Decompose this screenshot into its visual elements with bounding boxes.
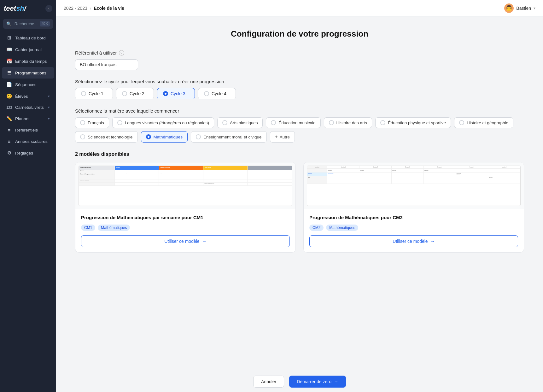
emc-option[interactable]: Enseignement moral et civique — [191, 131, 267, 143]
model-tags-1: CM1 Mathématiques — [81, 225, 290, 231]
sidebar-item-annees[interactable]: ≡ Années scolaires — [2, 136, 54, 147]
footer-actions: Annuler Démarrer de zéro → — [56, 371, 543, 392]
model-card-1: Compét. Lus et Mesures Nombres Espace et… — [75, 162, 296, 253]
search-placeholder: Recherche... — [15, 21, 38, 26]
pencil-icon: ✏️ — [6, 116, 12, 121]
sidebar-item-label: Programmations — [15, 71, 46, 75]
cycle4-option[interactable]: Cycle 4 — [198, 88, 236, 99]
maths-option[interactable]: Mathématiques — [141, 131, 188, 143]
histoire-arts-option[interactable]: Histoire des arts — [324, 117, 372, 128]
sidebar-item-sequences[interactable]: 📄 Séquences — [2, 79, 54, 90]
sidebar-item-label: Référentiels — [15, 128, 38, 132]
sidebar-item-label: Séquences — [15, 82, 37, 87]
breadcrumb: 2022 - 2023 › École de la vie — [64, 6, 501, 11]
sidebar-item-eleves[interactable]: 😊 Élèves ▾ — [2, 91, 54, 102]
cancel-button[interactable]: Annuler — [253, 376, 284, 388]
arrow-right-icon: → — [430, 239, 435, 244]
page-title: Configuration de votre progression — [75, 29, 524, 39]
model-tag-cm1: CM1 — [81, 225, 95, 231]
cycle1-radio — [81, 91, 86, 96]
sidebar-item-label: Tableau de bord — [15, 36, 46, 40]
use-model-button-1[interactable]: Utiliser ce modèle → — [81, 235, 290, 247]
sidebar-item-referentiels[interactable]: ≡ Référentiels — [2, 125, 54, 136]
model-tag-cm2: CM2 — [309, 225, 324, 231]
sidebar-item-label: Planner — [15, 116, 30, 121]
autre-option[interactable]: + Autre — [270, 131, 295, 143]
logo: teetsh/ — [4, 4, 26, 13]
sidebar-item-carnets[interactable]: 123 Carnets/Livrets ▾ — [2, 102, 54, 113]
breadcrumb-school: École de la vie — [94, 6, 124, 11]
histoire-geo-radio — [459, 120, 464, 125]
sidebar-item-label: Années scolaires — [15, 139, 48, 144]
use-model-button-2[interactable]: Utiliser ce modèle → — [309, 235, 518, 247]
weekly-preview-2: La notion Semaine 1 Semaine 2 Semaine 3 … — [307, 166, 521, 206]
user-chevron-icon: ▾ — [534, 6, 535, 10]
arts-plastiques-option[interactable]: Arts plastiques — [217, 117, 263, 128]
avatar: 👨 — [504, 3, 514, 13]
eps-radio — [380, 120, 385, 125]
arrow-right-icon: → — [202, 239, 207, 244]
page-content: Configuration de votre progression Référ… — [56, 16, 543, 392]
francais-option[interactable]: Français — [75, 117, 109, 128]
search-shortcut: ⌘K — [40, 21, 50, 26]
referentiel-section: Référentiel à utiliser ? BO officiel fra… — [75, 50, 524, 70]
calendar-icon: 📅 — [6, 58, 12, 64]
model-card-2: La notion Semaine 1 Semaine 2 Semaine 3 … — [303, 162, 524, 253]
cycle3-option[interactable]: Cycle 3 — [157, 88, 195, 99]
years-icon: ≡ — [6, 139, 12, 144]
user-menu[interactable]: 👨 Bastien ▾ — [504, 3, 535, 13]
matiere-section: Sélectionnez la matière avec laquelle co… — [75, 108, 524, 143]
doc-icon: 📄 — [6, 82, 12, 87]
cycle4-radio — [204, 91, 209, 96]
list-icon: ☰ — [6, 70, 12, 76]
musicale-radio — [271, 120, 276, 125]
number-icon: 123 — [6, 106, 12, 109]
gear-icon: ⚙ — [6, 150, 12, 156]
search-icon: 🔍 — [6, 21, 12, 26]
education-musicale-option[interactable]: Éducation musicale — [266, 117, 320, 128]
emc-radio — [196, 134, 201, 139]
search-bar[interactable]: 🔍 Recherche... ⌘K — [3, 19, 53, 29]
sidebar-item-label: Élèves — [15, 94, 28, 99]
cycle2-radio — [122, 91, 127, 96]
langues-option[interactable]: Langues vivantes (étrangères ou régional… — [112, 117, 214, 128]
model-info-2: Progression de Mathématiques pour CM2 CM… — [304, 209, 524, 252]
chevron-down-icon: ▾ — [48, 105, 50, 109]
chevron-down-icon: ▾ — [48, 117, 50, 121]
arts-radio — [222, 120, 227, 125]
ref-icon: ≡ — [6, 127, 12, 133]
cycle-radio-group: Cycle 1 Cycle 2 Cycle 3 Cycle 4 — [75, 88, 524, 99]
sidebar-header: teetsh/ ‹ — [0, 0, 56, 17]
person-icon: 😊 — [6, 93, 12, 99]
cycle2-option[interactable]: Cycle 2 — [116, 88, 154, 99]
sidebar-item-programmations[interactable]: ☰ Programmations — [2, 67, 54, 79]
cycle-section: Sélectionnez le cycle pour lequel vous s… — [75, 79, 524, 99]
sidebar-item-planner[interactable]: ✏️ Planner ▾ — [2, 113, 54, 124]
book-icon: 📖 — [6, 47, 12, 52]
sciences-radio — [80, 134, 85, 139]
referentiel-value: BO officiel français — [75, 59, 138, 70]
matiere-label: Sélectionnez la matière avec laquelle co… — [75, 108, 524, 114]
sidebar-item-emploi[interactable]: 📅 Emploi du temps — [2, 56, 54, 67]
breadcrumb-year: 2022 - 2023 — [64, 6, 87, 11]
sidebar-item-tableau[interactable]: ⊞ Tableau de bord — [2, 32, 54, 44]
maths-radio — [146, 134, 151, 139]
sidebar-item-label: Emploi du temps — [15, 59, 47, 64]
start-from-scratch-button[interactable]: Démarrer de zéro → — [289, 376, 346, 388]
sidebar-item-label: Réglages — [15, 151, 33, 155]
cycle1-option[interactable]: Cycle 1 — [75, 88, 113, 99]
francais-radio — [80, 120, 85, 125]
sciences-option[interactable]: Sciences et technologie — [75, 131, 138, 143]
help-icon[interactable]: ? — [119, 50, 124, 56]
spreadsheet-preview-1: Compét. Lus et Mesures Nombres Espace et… — [79, 166, 292, 206]
models-count: 2 modèles disponibles — [75, 151, 524, 157]
sidebar-item-reglages[interactable]: ⚙ Réglages — [2, 147, 54, 159]
sidebar-collapse-button[interactable]: ‹ — [45, 5, 52, 12]
main-area: 2022 - 2023 › École de la vie 👨 Bastien … — [56, 0, 543, 392]
user-name: Bastien — [516, 6, 531, 11]
eps-option[interactable]: Éducation physique et sportive — [375, 117, 451, 128]
model-title-1: Progression de Mathématiques par semaine… — [81, 214, 290, 221]
sidebar-item-cahier[interactable]: 📖 Cahier journal — [2, 44, 54, 55]
histoire-geo-option[interactable]: Histoire et géographie — [454, 117, 513, 128]
cycle3-radio — [163, 91, 168, 96]
